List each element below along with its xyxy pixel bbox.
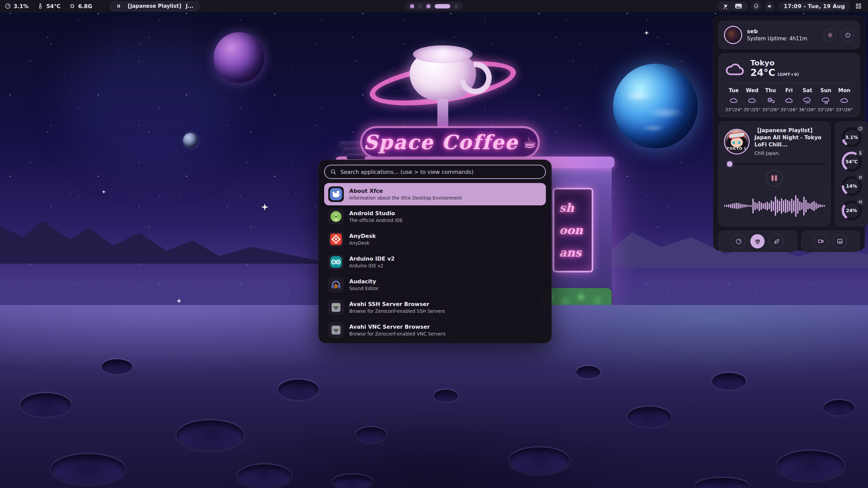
- cloud-icon: [729, 96, 738, 104]
- weather-widget[interactable]: Tokyo 24°C (GMT+9) Tue 33°/24° Wed 35°/2…: [718, 53, 860, 117]
- play-pause-button[interactable]: [766, 170, 783, 186]
- app-name: Avahi VNC Server Browser: [349, 324, 445, 330]
- clock[interactable]: 17:09 - Tue, 19 Aug: [778, 2, 850, 11]
- cpu-usage-value: 3.1%: [14, 3, 28, 9]
- cloud-icon: [725, 61, 745, 77]
- overview-grid-icon: [855, 3, 862, 9]
- overview-button[interactable]: [854, 3, 863, 9]
- waveform-bar: [763, 203, 764, 209]
- search-icon: [330, 169, 336, 175]
- gauge-temperature: 54°C: [840, 149, 864, 174]
- workspace-dot-2[interactable]: [418, 4, 422, 8]
- cloud-sun-icon: [766, 96, 775, 104]
- profile-performance-button[interactable]: [731, 234, 746, 248]
- cup-stand: [437, 99, 448, 127]
- leaf-icon: [773, 238, 780, 245]
- memory-stat[interactable]: 6.8G: [69, 3, 92, 9]
- forecast-temps: 33°/24°: [725, 107, 742, 112]
- coffee-cup-glyph: ☕: [523, 134, 536, 151]
- workspace-dot-4-active[interactable]: [435, 4, 450, 8]
- screenshot-button[interactable]: [833, 234, 847, 248]
- temperature-stat[interactable]: 54°C: [37, 3, 60, 9]
- album-art-label: TOKYO L: [725, 146, 749, 151]
- waveform-bar: [797, 198, 798, 214]
- image-icon: [836, 238, 843, 245]
- waveform-bar: [811, 202, 813, 210]
- temperature-value: 54°C: [46, 3, 60, 9]
- pet-widget-icon[interactable]: [723, 3, 729, 9]
- album-art[interactable]: TOKYO L: [724, 129, 750, 155]
- pause-icon: [116, 4, 121, 8]
- forecast-temps: 33°/26°: [762, 107, 779, 112]
- media-player-widget: TOKYO L 【Japanese Playlist】 Japan All Ni…: [718, 121, 831, 226]
- app-row-avahi-vnc[interactable]: Avahi VNC Server Browser Browse for Zero…: [324, 319, 546, 341]
- capture-group: [801, 230, 860, 252]
- workspace-dot-3[interactable]: [426, 4, 431, 8]
- waveform-bar: [740, 204, 742, 208]
- waveform-bar: [779, 201, 780, 211]
- memory-value: 6.8G: [78, 3, 92, 9]
- forecast-day-label: Sun: [821, 87, 831, 94]
- app-name: Avahi SSH Server Browser: [349, 301, 445, 308]
- purple-planet: [214, 32, 264, 83]
- settings-button[interactable]: [824, 28, 836, 41]
- chip-icon: [856, 173, 865, 181]
- shop-neon-window: sh oon ans: [553, 188, 593, 272]
- app-row-about-xfce[interactable]: About Xfce Information about the Xfce De…: [324, 183, 546, 205]
- weather-forecast: Tue 33°/24° Wed 35°/25° Thu 33°/26° Fri …: [725, 87, 853, 112]
- speedometer-icon: [856, 124, 865, 133]
- waveform-bar: [752, 199, 754, 214]
- nebula-glow: [68, 34, 237, 169]
- waveform-bar: [728, 204, 729, 207]
- app-row-audacity[interactable]: Audacity Sound Editor: [324, 273, 546, 296]
- seek-slider[interactable]: [724, 161, 825, 167]
- anydesk-icon: [328, 231, 344, 247]
- app-desc: Arduino IDE v2: [349, 263, 395, 268]
- seek-thumb[interactable]: [727, 161, 732, 167]
- forecast-temps: 35°/25°: [744, 107, 761, 112]
- waveform-bar: [817, 204, 819, 208]
- waveform-bar: [773, 201, 774, 211]
- launcher-search[interactable]: [324, 165, 546, 179]
- waveform-bar: [730, 204, 731, 208]
- waveform-bar: [724, 205, 725, 207]
- waveform-bar: [791, 199, 792, 214]
- waveform-bar: [795, 195, 796, 217]
- app-name: About Xfce: [349, 188, 462, 195]
- cpu-usage-stat[interactable]: 3.1%: [5, 3, 28, 9]
- power-button[interactable]: [841, 28, 854, 41]
- space-coffee-sign: Space Coffee ☕: [360, 126, 540, 159]
- cloud-storm-icon: [821, 96, 831, 104]
- widgets-sidebar: seb System Uptime: 4h11m Tokyo 24°C (GMT…: [713, 16, 865, 251]
- waveform-bar: [771, 200, 772, 212]
- forecast-day-sat: Sat 36°/26°: [798, 87, 816, 112]
- waveform-bar: [734, 203, 735, 209]
- waveform-bar: [765, 203, 766, 209]
- now-playing-label: 【Japanese Playlist】 J...: [125, 3, 194, 9]
- now-playing-pill[interactable]: 【Japanese Playlist】 J...: [110, 1, 200, 11]
- avatar[interactable]: [724, 26, 742, 44]
- volume-button[interactable]: [765, 1, 775, 11]
- waveform-bar: [750, 205, 752, 207]
- app-row-android-studio[interactable]: Android Studio The official Android IDE: [324, 205, 546, 228]
- waveform-bar: [813, 201, 815, 211]
- search-input[interactable]: [340, 169, 540, 175]
- wallpaper-icon[interactable]: [735, 3, 742, 9]
- notifications-button[interactable]: [751, 1, 761, 11]
- app-desc: AnyDesk: [349, 240, 376, 246]
- profile-powersave-button[interactable]: [769, 234, 784, 248]
- app-row-avahi-ssh[interactable]: Avahi SSH Server Browser Browse for Zero…: [324, 296, 546, 319]
- profile-balanced-button[interactable]: [750, 234, 765, 248]
- workspace-dot-5[interactable]: [454, 4, 458, 8]
- app-row-arduino[interactable]: Arduino IDE v2 Arduino IDE v2: [324, 250, 546, 273]
- workspace-switcher[interactable]: [405, 2, 463, 11]
- workspace-dot-1[interactable]: [410, 4, 414, 8]
- app-row-anydesk[interactable]: AnyDesk AnyDesk: [324, 228, 546, 250]
- waveform-bar: [746, 205, 748, 207]
- waveform-bar: [801, 202, 803, 210]
- disk-icon: [856, 198, 865, 206]
- screen-record-button[interactable]: [814, 234, 828, 248]
- gear-icon: [827, 32, 833, 38]
- gauge-memory: 14%: [840, 174, 864, 198]
- cloud-icon: [747, 96, 757, 104]
